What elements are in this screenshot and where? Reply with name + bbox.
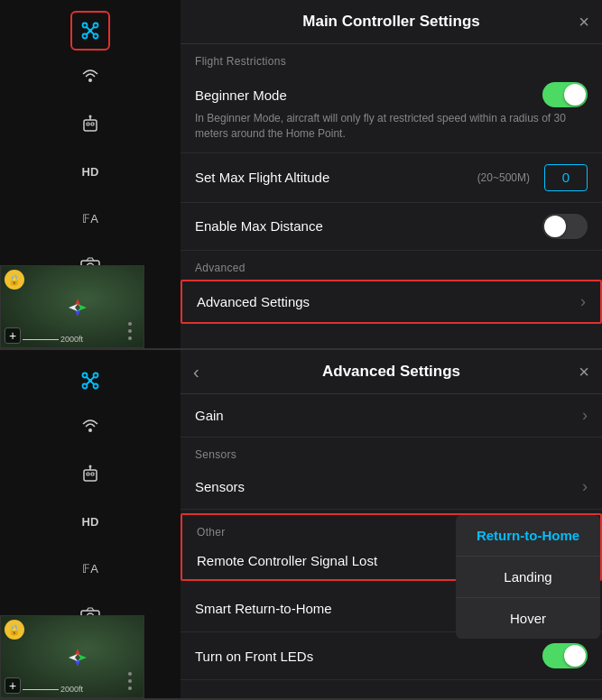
panel-header-top: Main Controller Settings × [181, 0, 602, 44]
max-altitude-row: Set Max Flight Altitude (20~500M) [181, 153, 602, 203]
gain-label: Gain [195, 408, 224, 423]
svg-rect-31 [84, 470, 97, 481]
sidebar-bottom: HD 𝔽A 🔒 + [0, 350, 181, 698]
lock-icon-top: 🔒 [5, 270, 24, 290]
svg-point-35 [89, 465, 92, 468]
sensors-row[interactable]: Sensors › [181, 465, 602, 510]
svg-rect-32 [87, 473, 89, 475]
svg-rect-12 [91, 123, 94, 125]
flight-restrictions-label: Flight Restrictions [181, 44, 602, 71]
map-scale-top: 2000ft [23, 335, 83, 344]
svg-marker-19 [69, 304, 78, 311]
svg-marker-40 [69, 654, 78, 661]
map-area-top: 🔒 + 2000ft [0, 265, 144, 348]
panel-header-bottom: ‹ Advanced Settings × [181, 350, 602, 394]
dropdown-option-hover[interactable]: Hover [456, 598, 600, 639]
sidebar-font-icon[interactable]: 𝔽A [70, 198, 110, 238]
beginner-mode-toggle[interactable] [542, 82, 588, 107]
altitude-hint: (20~500M) [477, 171, 530, 184]
svg-point-1 [94, 23, 98, 28]
sensors-row-label: Sensors [195, 479, 245, 494]
lock-icon-bottom: 🔒 [5, 620, 24, 640]
sidebar-drone-icon-b[interactable] [70, 361, 110, 401]
svg-marker-41 [78, 654, 87, 661]
svg-rect-33 [91, 473, 94, 475]
gain-chevron: › [582, 406, 588, 425]
sidebar-drone-icon[interactable] [70, 11, 110, 51]
sidebar-hd-icon-b[interactable]: HD [70, 502, 110, 541]
advanced-settings-chevron: › [580, 292, 586, 311]
svg-rect-11 [87, 123, 89, 125]
svg-point-14 [89, 115, 92, 118]
panel-content-top: Flight Restrictions Beginner Mode In Beg… [181, 44, 602, 348]
altitude-right: (20~500M) [477, 164, 588, 191]
advanced-settings-label: Advanced Settings [197, 294, 310, 309]
turn-on-front-leds-toggle[interactable] [542, 643, 588, 668]
map-scale-bottom: 2000ft [23, 685, 83, 694]
sidebar-signal-icon[interactable] [70, 58, 110, 97]
svg-point-9 [88, 78, 92, 82]
dropdown-menu: Return-to-Home Landing Hover [456, 515, 600, 639]
top-half: HD 𝔽A 🔒 [0, 0, 602, 350]
svg-point-22 [94, 373, 98, 378]
sidebar-signal-icon-b[interactable] [70, 408, 110, 447]
gain-row: Gain › [181, 394, 602, 438]
sidebar-hd-icon[interactable]: HD [70, 152, 110, 191]
turn-on-front-leds-row: Turn on Front LEDs [181, 632, 602, 680]
svg-point-24 [94, 384, 98, 389]
svg-point-3 [94, 34, 98, 39]
panel-title-top: Main Controller Settings [302, 13, 479, 31]
smart-return-home-label: Smart Return-to-Home [195, 601, 332, 616]
altitude-input[interactable] [544, 164, 588, 191]
close-btn-top[interactable]: × [579, 13, 589, 31]
main-panel-top: Main Controller Settings × Flight Restri… [181, 0, 602, 348]
remote-signal-row: Remote Controller Signal Lost Return-to-… [182, 542, 600, 579]
sidebar-top: HD 𝔽A 🔒 [0, 0, 181, 348]
sidebar-robot-icon[interactable] [70, 105, 110, 144]
svg-point-2 [83, 34, 88, 39]
advanced-section-label: Advanced [181, 251, 602, 278]
sidebar-font-icon-b[interactable]: 𝔽A [70, 548, 110, 588]
advanced-settings-row[interactable]: Advanced Settings › [181, 280, 602, 324]
sidebar-dots-bottom [116, 615, 144, 697]
svg-point-30 [88, 428, 92, 432]
map-zoom-btn-bottom[interactable]: + [5, 677, 21, 694]
svg-point-23 [83, 384, 88, 389]
max-altitude-label: Set Max Flight Altitude [195, 170, 329, 185]
svg-point-0 [83, 23, 88, 28]
back-btn[interactable]: ‹ [193, 362, 199, 382]
other-section: Other Remote Controller Signal Lost Retu… [181, 513, 602, 581]
map-area-bottom: 🔒 + 2000ft [0, 615, 144, 698]
bottom-half: HD 𝔽A 🔒 + [0, 350, 602, 700]
screen: HD 𝔽A 🔒 [0, 0, 602, 700]
map-zoom-btn-top[interactable]: + [5, 327, 21, 344]
sensors-chevron: › [582, 477, 588, 496]
sidebar-dots-top [116, 265, 144, 347]
sidebar-robot-icon-b[interactable] [70, 455, 110, 494]
svg-rect-8 [88, 29, 92, 32]
svg-marker-20 [78, 304, 87, 311]
turn-on-front-leds-label: Turn on Front LEDs [195, 649, 313, 664]
svg-point-21 [83, 373, 88, 378]
enable-max-distance-row: Enable Max Distance [181, 203, 602, 251]
enable-max-distance-label: Enable Max Distance [195, 218, 323, 234]
remote-signal-label: Remote Controller Signal Lost [197, 553, 377, 568]
dropdown-option-landing[interactable]: Landing [456, 557, 600, 598]
beginner-mode-row: Beginner Mode In Beginner Mode, aircraft… [181, 71, 602, 153]
sensors-section-label: Sensors [181, 438, 602, 465]
dropdown-option-return-to-home[interactable]: Return-to-Home [456, 515, 600, 557]
svg-rect-10 [84, 120, 97, 131]
close-btn-bottom[interactable]: × [579, 363, 589, 381]
panel-title-bottom: Advanced Settings [322, 363, 460, 381]
main-panel-bottom: ‹ Advanced Settings × Gain › Sensors Sen… [181, 350, 602, 698]
enable-max-distance-toggle[interactable] [542, 214, 588, 239]
beginner-mode-description: In Beginner Mode, aircraft will only fly… [195, 111, 588, 142]
panel-content-bottom: Gain › Sensors Sensors › Other Remote Co… [181, 394, 602, 698]
beginner-mode-label: Beginner Mode [195, 88, 287, 103]
svg-rect-29 [88, 379, 92, 382]
